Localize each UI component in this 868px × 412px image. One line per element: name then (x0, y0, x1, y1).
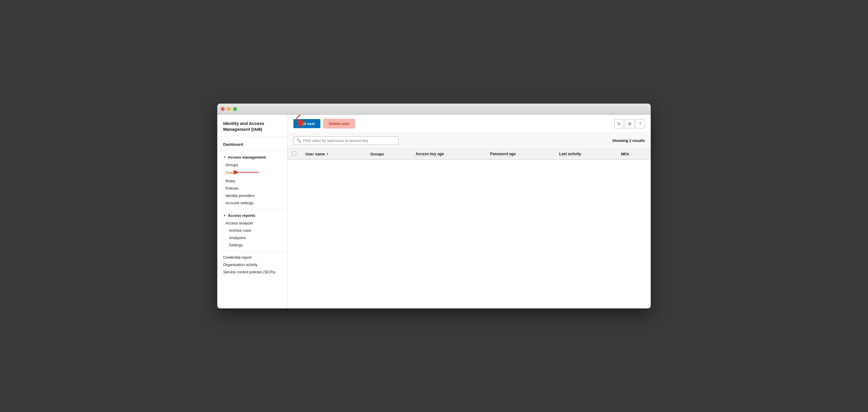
main-content: Add user Delete user (287, 115, 651, 308)
sidebar-item-account-settings[interactable]: Account settings (217, 199, 287, 207)
sidebar-item-service-control-policies[interactable]: Service control policies (SCPs) (217, 268, 287, 276)
sidebar-item-archive-rules[interactable]: Archive rules (217, 227, 287, 234)
sidebar-item-users[interactable]: Users (217, 169, 287, 177)
select-all-col (287, 149, 301, 160)
col-access-key-age-label: Access key age (415, 151, 444, 156)
sidebar-item-policies[interactable]: Policies (217, 185, 287, 192)
collapse-arrow-reports-icon: ▼ (223, 214, 226, 217)
col-groups-label: Groups (370, 152, 384, 156)
col-password-age-label: Password age (490, 151, 516, 156)
sidebar-item-analyzers[interactable]: Analyzers (217, 234, 287, 241)
toolbar: Add user Delete user (287, 115, 651, 133)
refresh-icon: ↻ (617, 122, 621, 126)
app-title: Identity and Access Management (IAM) (217, 121, 287, 137)
help-icon: ? (639, 122, 641, 126)
col-access-key-age: Access key age (411, 149, 485, 160)
sidebar-item-identity-providers[interactable]: Identity providers (217, 192, 287, 199)
col-mfa-label: MFA (621, 152, 629, 156)
maximize-button[interactable] (233, 107, 237, 111)
col-password-age: Password age (485, 149, 554, 160)
col-username-label: User name (305, 152, 325, 156)
search-input[interactable] (303, 138, 396, 143)
results-count: Showing 2 results (612, 138, 645, 143)
table-header-row: User name ▼ Groups Access key age (287, 149, 651, 160)
sidebar-divider-3 (217, 251, 287, 251)
minimize-button[interactable] (227, 107, 231, 111)
access-management-label: Access management (228, 155, 266, 160)
sidebar-divider-2 (217, 209, 287, 209)
close-button[interactable] (221, 107, 225, 111)
sidebar-item-credential-report[interactable]: Credential report (217, 254, 287, 261)
add-user-button[interactable]: Add user (293, 119, 320, 128)
access-reports-label: Access reports (228, 213, 255, 218)
sidebar-section-access-reports[interactable]: ▼ Access reports (217, 212, 287, 219)
sidebar-item-dashboard[interactable]: Dashboard (217, 140, 287, 148)
search-row: 🔍 Showing 2 results (287, 133, 651, 149)
add-user-wrapper: Add user (293, 119, 320, 128)
col-groups: Groups (366, 149, 411, 160)
app-body: Identity and Access Management (IAM) Das… (217, 115, 651, 308)
sidebar-item-organization-activity[interactable]: Organization activity (217, 261, 287, 268)
titlebar (217, 104, 651, 115)
toolbar-buttons: Add user Delete user (293, 119, 614, 129)
col-mfa: MFA (616, 149, 651, 160)
users-arrow-icon (238, 170, 262, 176)
collapse-arrow-icon: ▼ (223, 156, 226, 159)
search-icon: 🔍 (297, 138, 301, 143)
refresh-button[interactable]: ↻ (614, 119, 624, 129)
delete-user-button[interactable]: Delete user (323, 119, 355, 129)
toolbar-icons: ↻ ⚙ ? (614, 119, 645, 129)
sort-arrow-icon: ▼ (326, 152, 329, 156)
sidebar-divider-1 (217, 151, 287, 151)
svg-line-3 (297, 115, 314, 118)
col-username[interactable]: User name ▼ (301, 149, 366, 160)
sidebar-item-settings[interactable]: Settings (217, 241, 287, 249)
users-table: User name ▼ Groups Access key age (287, 149, 651, 160)
settings-icon: ⚙ (628, 122, 632, 126)
sidebar: Identity and Access Management (IAM) Das… (217, 115, 287, 308)
sidebar-section-access-management[interactable]: ▼ Access management (217, 153, 287, 161)
help-button[interactable]: ? (636, 119, 645, 129)
table-area: User name ▼ Groups Access key age (287, 149, 651, 308)
dashboard-label: Dashboard (223, 142, 243, 147)
sidebar-item-groups[interactable]: Groups (217, 161, 287, 169)
sidebar-item-roles[interactable]: Roles (217, 177, 287, 185)
settings-button[interactable]: ⚙ (625, 119, 634, 129)
app-window: Identity and Access Management (IAM) Das… (217, 104, 651, 308)
col-last-activity-label: Last activity (559, 151, 581, 156)
select-all-checkbox[interactable] (292, 151, 296, 156)
col-last-activity: Last activity (554, 149, 616, 160)
sidebar-item-access-analyzer[interactable]: Access analyzer (217, 219, 287, 227)
search-box: 🔍 (293, 136, 399, 145)
